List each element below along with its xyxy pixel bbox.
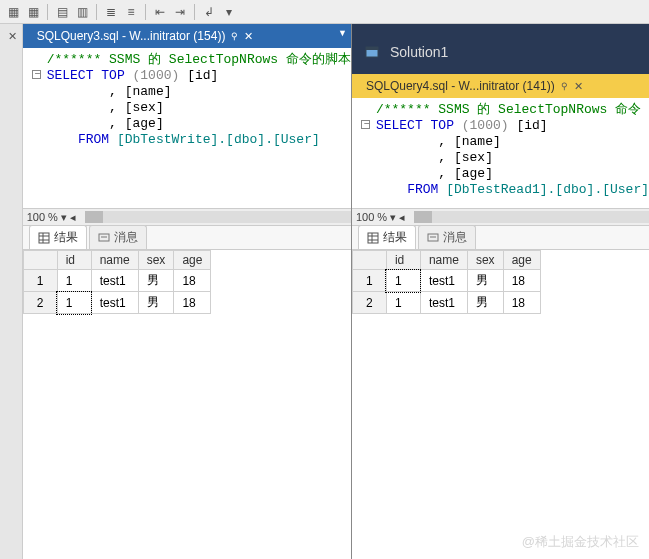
toolbar-btn-9[interactable]: ↲: [200, 3, 218, 21]
col-name: , [name]: [438, 134, 500, 149]
left-tab-title: SQLQuery3.sql - W...initrator (154)): [37, 29, 226, 43]
toolbar-sep: [96, 4, 97, 20]
tab-results[interactable]: 结果: [358, 225, 416, 249]
zoom-value[interactable]: 100 %: [356, 211, 387, 223]
solution-icon: [364, 44, 380, 60]
message-icon: [427, 232, 439, 244]
cell[interactable]: 18: [503, 292, 540, 314]
cell[interactable]: 男: [138, 270, 174, 292]
col-header[interactable]: sex: [138, 251, 174, 270]
tab-dropdown-icon[interactable]: ▼: [338, 28, 347, 38]
pin-icon[interactable]: ⚲: [561, 81, 568, 91]
zoom-value[interactable]: 100 %: [27, 211, 58, 223]
col-header[interactable]: id: [386, 251, 420, 270]
table-row[interactable]: 1 1 test1 男 18: [23, 270, 211, 292]
left-tab[interactable]: SQLQuery3.sql - W...initrator (154)) ⚲ ✕: [29, 26, 262, 46]
results-label: 结果: [54, 229, 78, 246]
col-name: , [name]: [109, 84, 171, 99]
toolbar-btn-1[interactable]: ▦: [4, 3, 22, 21]
results-table[interactable]: id name sex age 1 1 test1 男 18 2 1: [352, 250, 541, 314]
col-age: , [age]: [438, 166, 493, 181]
kw-select: SELECT: [376, 118, 423, 133]
cell[interactable]: 男: [138, 292, 174, 314]
toolbar-btn-3[interactable]: ▤: [53, 3, 71, 21]
col-header[interactable]: age: [174, 251, 211, 270]
col-header[interactable]: name: [91, 251, 138, 270]
tab-messages[interactable]: 消息: [89, 225, 147, 249]
sql-comment: /****** SSMS 的 SelectTopNRows 命令的脚本: [47, 52, 351, 67]
col-id: [id]: [187, 68, 218, 83]
close-icon[interactable]: ✕: [244, 30, 253, 43]
right-editor[interactable]: /****** SSMS 的 SelectTopNRows 命令 SELECT …: [352, 98, 649, 208]
cell-selected[interactable]: 1: [57, 292, 91, 314]
sql-comment: /****** SSMS 的 SelectTopNRows 命令: [376, 102, 641, 117]
cell[interactable]: test1: [91, 270, 138, 292]
cell[interactable]: 1: [386, 292, 420, 314]
tab-results[interactable]: 结果: [29, 225, 87, 249]
toolbar-btn-10[interactable]: ▾: [220, 3, 238, 21]
cell[interactable]: test1: [420, 292, 467, 314]
cell[interactable]: test1: [91, 292, 138, 314]
results-table[interactable]: id name sex age 1 1 test1 男 18 2 1 test1…: [23, 250, 212, 314]
h-scrollbar[interactable]: [85, 211, 351, 223]
scroll-left-icon[interactable]: ◂: [399, 211, 405, 224]
row-num: 2: [352, 292, 386, 314]
toolbar-btn-7[interactable]: ⇤: [151, 3, 169, 21]
topnum: (1000): [462, 118, 509, 133]
kw-top: TOP: [431, 118, 454, 133]
results-label: 结果: [383, 229, 407, 246]
cell[interactable]: 18: [174, 292, 211, 314]
cell[interactable]: 男: [467, 292, 503, 314]
gutter-close-icon[interactable]: ✕: [8, 30, 17, 43]
toolbar-btn-5[interactable]: ≣: [102, 3, 120, 21]
left-results-tabs: 结果 消息: [23, 226, 351, 250]
toolbar-btn-8[interactable]: ⇥: [171, 3, 189, 21]
cell[interactable]: test1: [420, 270, 467, 292]
right-tab[interactable]: SQLQuery4.sql - W...initrator (141)) ⚲ ✕: [358, 76, 606, 96]
cell[interactable]: 18: [503, 270, 540, 292]
row-num: 1: [352, 270, 386, 292]
close-icon[interactable]: ✕: [574, 80, 583, 93]
table-row[interactable]: 1 1 test1 男 18: [352, 270, 540, 292]
fold-icon[interactable]: [361, 120, 370, 129]
col-age: , [age]: [109, 116, 164, 131]
row-num: 2: [23, 292, 57, 314]
table-row[interactable]: 2 1 test1 男 18: [352, 292, 540, 314]
col-header[interactable]: id: [57, 251, 91, 270]
messages-label: 消息: [443, 229, 467, 246]
grid-icon: [38, 232, 50, 244]
col-sex: , [sex]: [438, 150, 493, 165]
from-obj: [DbTestRead1].[dbo].[User]: [446, 182, 649, 197]
zoom-dropdown-icon[interactable]: ▾: [61, 211, 67, 224]
toolbar-sep: [47, 4, 48, 20]
left-gutter: ✕: [0, 24, 23, 559]
right-pane: Solution1 SQLQuery4.sql - W...initrator …: [352, 24, 649, 559]
tab-messages[interactable]: 消息: [418, 225, 476, 249]
col-header[interactable]: sex: [467, 251, 503, 270]
message-icon: [98, 232, 110, 244]
solution-label: Solution1: [390, 44, 448, 60]
from-obj: [DbTestWrite].[dbo].[User]: [117, 132, 320, 147]
toolbar-btn-6[interactable]: ≡: [122, 3, 140, 21]
col-header[interactable]: age: [503, 251, 540, 270]
cell[interactable]: 男: [467, 270, 503, 292]
col-id: [id]: [516, 118, 547, 133]
toolbar-btn-4[interactable]: ▥: [73, 3, 91, 21]
scroll-left-icon[interactable]: ◂: [70, 211, 76, 224]
col-header[interactable]: name: [420, 251, 467, 270]
table-row[interactable]: 2 1 test1 男 18: [23, 292, 211, 314]
svg-rect-7: [366, 47, 378, 50]
grid-icon: [367, 232, 379, 244]
toolbar-btn-2[interactable]: ▦: [24, 3, 42, 21]
cell-selected[interactable]: 1: [386, 270, 420, 292]
h-scrollbar[interactable]: [414, 211, 649, 223]
zoom-dropdown-icon[interactable]: ▾: [390, 211, 396, 224]
cell[interactable]: 18: [174, 270, 211, 292]
toolbar-sep: [194, 4, 195, 20]
col-sex: , [sex]: [109, 100, 164, 115]
fold-icon[interactable]: [32, 70, 41, 79]
left-editor[interactable]: /****** SSMS 的 SelectTopNRows 命令的脚本 SELE…: [23, 48, 351, 208]
cell[interactable]: 1: [57, 270, 91, 292]
kw-top: TOP: [101, 68, 124, 83]
pin-icon[interactable]: ⚲: [231, 31, 238, 41]
